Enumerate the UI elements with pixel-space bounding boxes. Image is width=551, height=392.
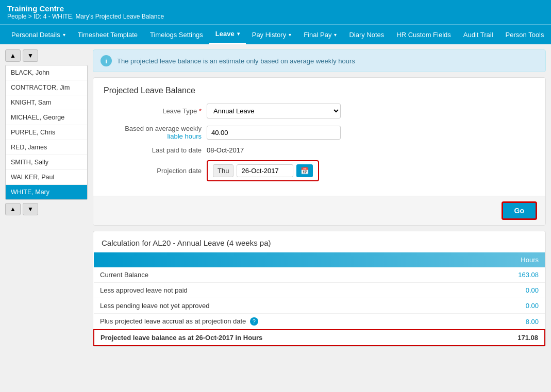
table-row: Less pending leave not yet approved 0.00 [94,298,545,314]
last-paid-label: Last paid to date [104,146,207,154]
sidebar-up-button-bottom[interactable]: ▲ [5,203,21,215]
calendar-button[interactable]: 📅 [296,164,313,177]
sidebar-item-contractor-jim[interactable]: CONTRACTOR, Jim [6,80,87,95]
nav-personal-details[interactable]: Personal Details ▾ [5,26,72,44]
row-value: 0.00 [473,298,545,314]
sidebar-nav-buttons-bottom: ▲ ▼ [5,203,88,215]
help-icon[interactable]: ? [250,317,258,326]
sidebar-item-black-john[interactable]: BLACK, John [6,65,87,80]
app-title: Training Centre [7,4,544,13]
leave-type-label: Leave Type * [104,107,207,115]
go-button[interactable]: Go [502,201,537,220]
projected-leave-body: Projected Leave Balance Leave Type * Ann… [93,78,545,196]
last-paid-row: Last paid to date 08-Oct-2017 [104,146,535,154]
projection-date-container: Thu 📅 [207,160,319,181]
nav-leave[interactable]: Leave ▾ [209,25,246,44]
sidebar-item-red-james[interactable]: RED, James [6,140,87,155]
projection-date-input[interactable] [237,164,293,177]
sidebar-item-purple-chris[interactable]: PURPLE, Chris [6,125,87,140]
projection-day: Thu [213,164,233,177]
calculation-table: Hours Current Balance 163.08 Less approv… [93,252,545,346]
main-layout: ▲ ▼ BLACK, John CONTRACTOR, Jim KNIGHT, … [0,44,551,392]
chevron-down-icon: ▾ [289,32,291,38]
nav-final-pay[interactable]: Final Pay ▾ [297,26,343,44]
leave-type-select[interactable]: Annual Leave [207,104,341,118]
projection-date-row: Projection date Thu 📅 [104,160,535,181]
col-hours: Hours [473,252,545,267]
nav-audit-trail[interactable]: Audit Trail [457,26,499,44]
sidebar-up-button[interactable]: ▲ [5,49,21,62]
sidebar-item-white-mary[interactable]: WHITE, Mary [6,185,87,199]
row-value: 8.00 [473,314,545,330]
projected-leave-title: Projected Leave Balance [104,86,535,95]
col-description [94,252,473,267]
nav-timesheet-template[interactable]: Timesheet Template [72,26,144,44]
sidebar: ▲ ▼ BLACK, John CONTRACTOR, Jim KNIGHT, … [5,49,88,390]
nav-diary-notes[interactable]: Diary Notes [343,26,390,44]
nav-timelogs-settings[interactable]: Timelogs Settings [144,26,209,44]
sidebar-down-button-bottom[interactable]: ▼ [23,203,38,215]
row-label: Less pending leave not yet approved [94,298,473,314]
sidebar-item-michael-george[interactable]: MICHAEL, George [6,110,87,125]
content-area: i The projected leave balance is an esti… [93,49,546,390]
info-banner-text: The projected leave balance is an estima… [117,57,355,65]
breadcrumb: People > ID: 4 - WHITE, Mary's Projected… [7,13,544,20]
weekly-hours-label: Based on average weekly liable hours [104,125,207,140]
last-paid-value: 08-Oct-2017 [207,146,244,154]
row-value: 163.08 [473,267,545,283]
nav-bar: Personal Details ▾ Timesheet Template Ti… [0,24,551,44]
projection-date-label: Projection date [104,167,207,175]
sidebar-item-smith-sally[interactable]: SMITH, Sally [6,155,87,170]
row-value: 0.00 [473,283,545,298]
nav-person-tools[interactable]: Person Tools [499,26,550,44]
nav-hr-custom-fields[interactable]: HR Custom Fields [390,26,457,44]
sidebar-list: BLACK, John CONTRACTOR, Jim KNIGHT, Sam … [5,65,88,200]
nav-pay-history[interactable]: Pay History ▾ [246,26,297,44]
calculation-title: Calculation for AL20 - Annual Leave (4 w… [93,231,545,252]
sidebar-item-walker-paul[interactable]: WALKER, Paul [6,170,87,185]
leave-type-row: Leave Type * Annual Leave [104,104,535,118]
card-footer: Go [93,196,545,225]
info-banner: i The projected leave balance is an esti… [93,49,546,72]
row-label: Current Balance [94,267,473,283]
sidebar-nav-buttons: ▲ ▼ [5,49,88,62]
table-row: Plus projected leave accrual as at proje… [94,314,545,330]
app-header: Training Centre People > ID: 4 - WHITE, … [0,0,551,24]
row-label: Plus projected leave accrual as at proje… [94,314,473,330]
weekly-hours-input[interactable] [207,126,341,140]
sidebar-down-button[interactable]: ▼ [23,49,38,62]
projected-leave-card: Projected Leave Balance Leave Type * Ann… [93,77,546,226]
info-icon: i [101,55,112,66]
sidebar-item-knight-sam[interactable]: KNIGHT, Sam [6,95,87,110]
chevron-down-icon: ▾ [63,32,65,38]
row-label: Projected leave balance as at 26-Oct-201… [94,330,473,346]
calculation-card: Calculation for AL20 - Annual Leave (4 w… [93,231,546,347]
chevron-down-icon: ▾ [334,32,337,38]
table-row: Less approved leave not paid 0.00 [94,283,545,298]
chevron-down-icon: ▾ [237,31,240,37]
weekly-hours-row: Based on average weekly liable hours [104,125,535,140]
table-row-highlighted: Projected leave balance as at 26-Oct-201… [94,330,545,346]
row-value: 171.08 [473,330,545,346]
table-row: Current Balance 163.08 [94,267,545,283]
row-label: Less approved leave not paid [94,283,473,298]
